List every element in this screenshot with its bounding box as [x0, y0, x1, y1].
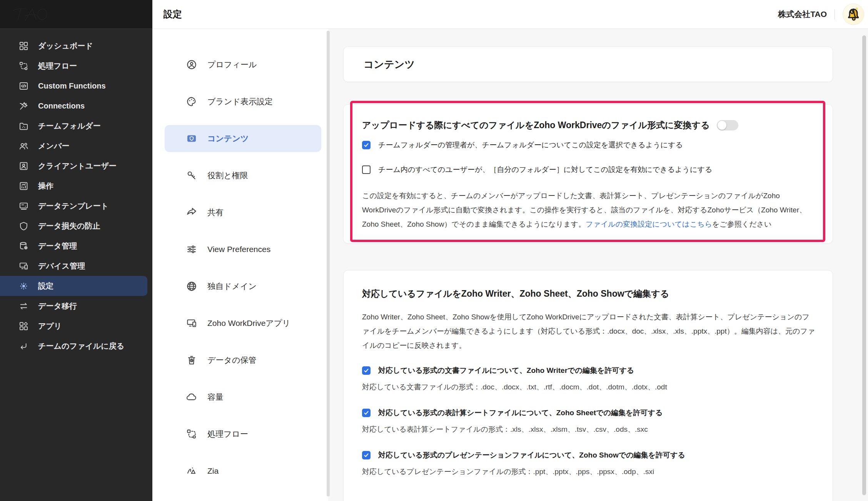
sidebar-item-label: 処理フロー — [38, 61, 77, 71]
sidebar-item-label: データ損失の防止 — [38, 221, 100, 231]
sheet-option: 対応している形式の表計算シートファイルについて、Zoho Sheetでの編集を許… — [362, 408, 816, 435]
workdrive-apps-icon — [186, 317, 197, 329]
sidebar-item-label: 設定 — [38, 281, 53, 291]
back-icon — [18, 341, 29, 351]
settings-item-roles[interactable]: 役割と権限 — [165, 157, 321, 194]
sheet-option-row: 対応している形式の表計算シートファイルについて、Zoho Sheetでの編集を許… — [362, 408, 816, 418]
sheet-option-label: 対応している形式の表計算シートファイルについて、Zoho Sheetでの編集を許… — [378, 408, 663, 418]
primary-sidebar: ダッシュボード 処理フロー Custom Functions Connectio… — [0, 0, 152, 501]
settings-item-zia[interactable]: Zia — [165, 453, 321, 489]
settings-menu: プロフィール ブランド表示設定 コンテンツ 役割と権限 共有 View Pref… — [152, 29, 328, 501]
check-icon — [364, 368, 369, 373]
dashboard-icon — [18, 41, 29, 51]
page-title: 設定 — [164, 8, 182, 20]
settings-item-label: Zoho WorkDriveアプリ — [207, 318, 290, 329]
device-management-icon — [18, 261, 29, 271]
sidebar-item-label: チームフォルダー — [38, 121, 101, 131]
writer-option-row: 対応している形式の文書ファイルについて、Zoho Writerでの編集を許可する — [362, 366, 816, 376]
storage-cloud-icon — [186, 391, 197, 403]
sidebar-item-connections[interactable]: Connections — [0, 96, 152, 116]
settings-menu-scrollbar[interactable] — [327, 31, 330, 496]
members-icon — [18, 141, 29, 151]
check-icon — [364, 453, 369, 458]
workdrive-settings-app: ダッシュボード 処理フロー Custom Functions Connectio… — [0, 0, 868, 501]
convert-toggle[interactable] — [717, 120, 738, 130]
data-migration-icon — [18, 301, 29, 311]
workflow-icon — [186, 428, 197, 440]
admin-checkbox[interactable] — [362, 141, 371, 149]
topbar-divider — [835, 9, 835, 19]
sheet-checkbox[interactable] — [362, 409, 371, 417]
topbar-right: 株式会社TAO — [778, 3, 864, 25]
writer-option-label: 対応している形式の文書ファイルについて、Zoho Writerでの編集を許可する — [378, 366, 634, 376]
user-avatar[interactable] — [843, 3, 864, 25]
sidebar-item-label: クライアントユーザー — [38, 161, 117, 171]
retention-trash-icon — [186, 354, 197, 366]
bell-avatar-icon — [845, 6, 861, 22]
show-checkbox[interactable] — [362, 451, 371, 459]
settings-item-label: 処理フロー — [207, 429, 248, 439]
settings-item-custom-domain[interactable]: 独自ドメイン — [165, 268, 321, 305]
check-icon — [364, 410, 369, 416]
settings-item-branding[interactable]: ブランド表示設定 — [165, 83, 321, 120]
writer-formats: 対応している文書ファイルの形式：.doc、.docx、.txt、.rtf、.do… — [362, 382, 816, 392]
org-name: 株式会社TAO — [778, 9, 827, 20]
writer-checkbox[interactable] — [362, 366, 371, 375]
users-checkbox-row: チーム内のすべてのユーザーが、［自分のフォルダー］に対してこの設定を有効にできる… — [362, 165, 816, 175]
main-content: コンテンツ アップロードする際にすべてのファイルをZoho WorkDriveの… — [331, 29, 868, 501]
sidebar-item-label: 操作 — [38, 181, 53, 191]
sidebar-item-data-management[interactable]: データ管理 — [0, 236, 152, 256]
settings-item-workflow[interactable]: 処理フロー — [165, 416, 321, 453]
edit-heading: 対応しているファイルをZoho Writer、Zoho Sheet、Zoho S… — [362, 286, 816, 301]
sidebar-item-data-migration[interactable]: データ移行 — [0, 296, 152, 316]
settings-item-label: 独自ドメイン — [207, 281, 257, 292]
data-management-icon — [18, 241, 29, 251]
gear-icon — [18, 281, 29, 291]
sidebar-item-apps[interactable]: アプリ — [0, 316, 152, 336]
key-icon — [186, 170, 197, 181]
settings-item-label: Zia — [207, 466, 219, 476]
show-option-row: 対応している形式のプレゼンテーションファイルについて、Zoho Showでの編集… — [362, 450, 816, 460]
sidebar-item-workflow[interactable]: 処理フロー — [0, 56, 152, 76]
sidebar-item-client-users[interactable]: クライアントユーザー — [0, 156, 152, 176]
sidebar-item-settings[interactable]: 設定 — [0, 276, 147, 296]
settings-item-workdrive-apps[interactable]: Zoho WorkDriveアプリ — [165, 305, 321, 342]
sidebar-item-team-folders[interactable]: チームフォルダー — [0, 116, 152, 136]
data-template-icon — [18, 201, 29, 211]
convert-settings-card: アップロードする際にすべてのファイルをZoho WorkDriveのファイル形式… — [343, 104, 833, 244]
sidebar-item-data-templates[interactable]: データテンプレート — [0, 196, 152, 216]
sidebar-item-label: Connections — [38, 102, 85, 110]
share-icon — [186, 207, 197, 218]
settings-item-profile[interactable]: プロフィール — [165, 46, 321, 83]
apps-icon — [18, 321, 29, 331]
sidebar-item-back-to-team-files[interactable]: チームのファイルに戻る — [0, 336, 152, 356]
settings-item-label: プロフィール — [207, 59, 257, 70]
convert-description: この設定を有効にすると、チームのメンバーがアップロードした文書、表計算シート、プ… — [362, 189, 816, 231]
main-scrollbar[interactable] — [862, 35, 866, 495]
sidebar-item-custom-functions[interactable]: Custom Functions — [0, 76, 152, 96]
plug-icon — [18, 101, 29, 111]
settings-item-storage[interactable]: 容量 — [165, 379, 321, 416]
sidebar-item-label: チームのファイルに戻る — [38, 341, 124, 351]
sidebar-item-label: デバイス管理 — [38, 261, 85, 271]
globe-icon — [186, 281, 197, 292]
admin-checkbox-row: チームフォルダーの管理者が、チームフォルダーについてこの設定を選択できるようにす… — [362, 140, 816, 150]
settings-item-sharing[interactable]: 共有 — [165, 194, 321, 231]
users-checkbox[interactable] — [362, 165, 371, 174]
show-formats: 対応しているプレゼンテーションファイルの形式：.ppt、.pptx、.pps、.… — [362, 466, 816, 477]
settings-item-view-preferences[interactable]: View Preferences — [165, 231, 321, 268]
logo-area[interactable] — [0, 0, 152, 29]
sidebar-item-members[interactable]: メンバー — [0, 136, 152, 156]
settings-item-content[interactable]: コンテンツ — [165, 125, 321, 152]
show-option-label: 対応している形式のプレゼンテーションファイルについて、Zoho Showでの編集… — [378, 450, 685, 460]
sidebar-item-dashboard[interactable]: ダッシュボード — [0, 36, 152, 56]
toggle-knob — [718, 121, 726, 130]
sidebar-item-dlp[interactable]: データ損失の防止 — [0, 216, 152, 236]
sidebar-item-device-management[interactable]: デバイス管理 — [0, 256, 152, 276]
conversion-settings-link[interactable]: ファイルの変換設定についてはこちら — [586, 220, 712, 228]
writer-option: 対応している形式の文書ファイルについて、Zoho Writerでの編集を許可する… — [362, 366, 816, 392]
sidebar-item-operations[interactable]: 操作 — [0, 176, 152, 196]
shield-icon — [18, 221, 29, 231]
settings-item-data-retention[interactable]: データの保管 — [165, 342, 321, 379]
profile-icon — [186, 59, 197, 70]
